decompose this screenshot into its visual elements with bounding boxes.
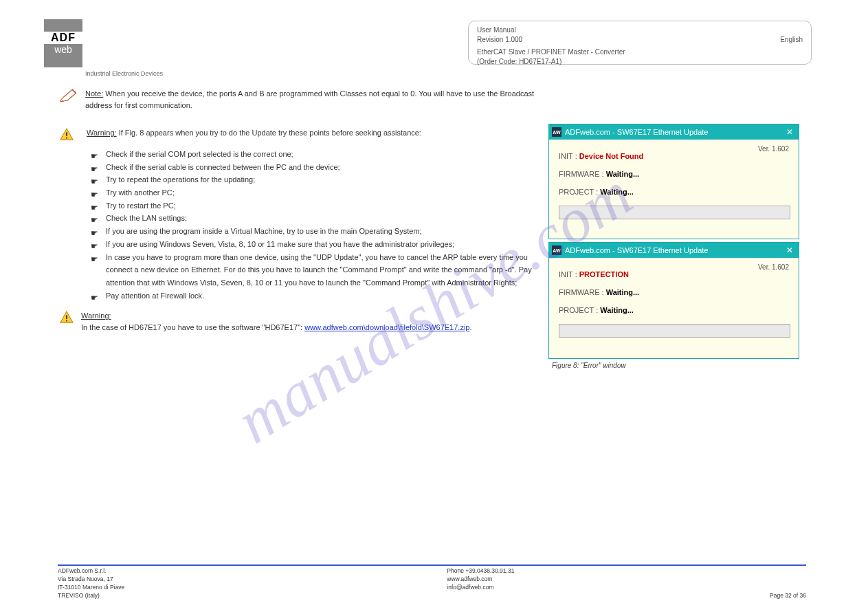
dialog-version: Ver. 1.602 [758,263,789,271]
footer-addr3: TREVISO (Italy) [58,592,417,600]
app-icon: AW [552,245,561,255]
dialog-titlebar[interactable]: AW ADFweb.com - SW67E17 Ethernet Update … [549,243,799,258]
firmware-status: Waiting... [606,288,639,296]
svg-rect-3 [66,320,67,322]
doc-header-title: EtherCAT Slave / PROFINET Master - Conve… [477,47,803,57]
pencil-icon [59,88,78,103]
warning2-before: In the case of HD67E17 you have to use t… [81,323,304,331]
svg-rect-1 [66,138,67,139]
footer-phone: Phone +39.0438.30.91.31 [447,567,514,575]
warning-icon [59,310,74,325]
list-item-text: Try with another PC; [106,186,175,199]
industrial-label: Industrial Electronic Devices [85,70,163,77]
list-item-text: Check if the serial cable is connected b… [106,161,340,174]
warning2-block: Warning: In the case of HD67E17 you have… [59,310,537,333]
project-row: PROJECT : Waiting... [559,306,790,314]
footer-right: Phone +39.0438.30.91.31 www.adfweb.com i… [447,567,806,600]
progress-bar [559,206,790,219]
note-block: Note: When you receive the device, the p… [59,88,537,111]
warning-icon [59,127,80,142]
doc-header-subtitle: (Order Code: HD67E17-A1) [477,57,803,67]
list-item-text: In case you have to program more than on… [106,251,537,289]
list-item: ☛Pay attention at Firewall lock. [91,289,537,303]
list-item: ☛Check if the serial COM port selected i… [91,148,537,161]
hand-point-icon: ☛ [91,175,100,184]
list-item-text: Pay attention at Firewall lock. [106,289,204,303]
list-item-text: Check the LAN settings; [106,212,187,225]
list-item: ☛In case you have to program more than o… [91,251,537,289]
init-row: INIT : Device Not Found [559,152,790,160]
list-item: ☛If you are using the program inside a V… [91,225,537,238]
firmware-label: FIRMWARE : [559,288,604,296]
dialog-body: Ver. 1.602 INIT : Device Not Found FIRMW… [549,140,799,225]
project-status: Waiting... [600,306,633,314]
note-label: Note: [85,89,103,98]
progress-bar [559,324,790,338]
close-icon[interactable]: ✕ [784,245,795,255]
list-item: ☛Try with another PC; [91,186,537,199]
svg-rect-2 [66,316,67,320]
page-number: Page 32 of 36 [770,592,806,600]
doc-header-box: User Manual Revision 1.000 English Ether… [468,21,812,65]
warning-label: Warning: [87,129,117,137]
doc-header-language: English [780,35,803,45]
project-row: PROJECT : Waiting... [559,188,790,196]
dialog-title: ADFweb.com - SW67E17 Ethernet Update [565,128,708,136]
footer-addr2: IT-31010 Mareno di Piave [58,584,417,592]
svg-rect-0 [66,132,67,136]
warning2-after: . [469,323,471,331]
close-icon[interactable]: ✕ [784,127,795,137]
init-status: Device Not Found [579,152,644,160]
list-item-text: If you are using Windows Seven, Vista, 8… [106,238,454,251]
doc-header-line1: User Manual [477,25,803,35]
init-status: PROTECTION [579,270,629,278]
app-icon: AW [552,127,561,137]
footer-left: ADFweb.com S.r.l. Via Strada Nuova, 17 I… [58,567,417,600]
dialog-titlebar[interactable]: AW ADFweb.com - SW67E17 Ethernet Update … [549,124,799,140]
hand-point-icon: ☛ [91,291,100,300]
list-item-text: Try to restart the PC; [106,199,176,212]
note-body: When you receive the device, the ports A… [85,89,534,109]
hand-point-icon: ☛ [91,239,100,249]
warning-block: Warning: If Fig. 8 appears when you try … [59,127,537,142]
brand-logo: ADF web [44,19,82,67]
logo-bottom: web [54,44,72,55]
update-dialog-1: AW ADFweb.com - SW67E17 Ethernet Update … [548,124,799,239]
list-item: ☛Check if the serial cable is connected … [91,161,537,174]
warning-bullets: ☛Check if the serial COM port selected i… [91,148,537,302]
list-item-text: Check if the serial COM port selected is… [106,148,293,161]
firmware-status: Waiting... [606,170,639,178]
firmware-row: FIRMWARE : Waiting... [559,288,790,296]
dialog-version: Ver. 1.602 [758,145,789,153]
warning-text: Warning: If Fig. 8 appears when you try … [87,127,421,139]
hand-point-icon: ☛ [91,188,100,197]
hand-point-icon: ☛ [91,226,100,236]
footer-company: ADFweb.com S.r.l. [58,567,417,575]
project-status: Waiting... [600,188,633,196]
hand-point-icon: ☛ [91,201,100,210]
firmware-label: FIRMWARE : [559,170,604,178]
footer-email: info@adfweb.com [447,584,514,592]
list-item: ☛Try to repeat the operations for the up… [91,173,537,186]
warning2-label: Warning: [81,311,111,320]
warning2-text: Warning: In the case of HD67E17 you have… [81,310,537,333]
download-link[interactable]: www.adfweb.com\download\filefold\SW67E17… [304,323,469,331]
warning-intro: If Fig. 8 appears when you try to do the… [117,129,421,137]
footer-web: www.adfweb.com [447,575,514,584]
hand-point-icon: ☛ [91,252,100,262]
footer-rule [58,564,806,566]
list-item: ☛If you are using Windows Seven, Vista, … [91,238,537,251]
hand-point-icon: ☛ [91,213,100,223]
init-label: INIT : [559,270,577,278]
note-text: Note: When you receive the device, the p… [85,88,537,111]
hand-point-icon: ☛ [91,162,100,172]
logo-top: ADF [44,32,82,44]
list-item: ☛Check the LAN settings; [91,212,537,225]
main-content: Note: When you receive the device, the p… [59,88,537,338]
update-dialog-2: AW ADFweb.com - SW67E17 Ethernet Update … [548,242,799,359]
hand-point-icon: ☛ [91,149,100,159]
footer: ADFweb.com S.r.l. Via Strada Nuova, 17 I… [58,567,806,600]
page-root: ADF web User Manual Revision 1.000 Engli… [0,0,868,614]
figure-caption: Figure 8: "Error" window [552,362,796,369]
project-label: PROJECT : [559,306,598,314]
